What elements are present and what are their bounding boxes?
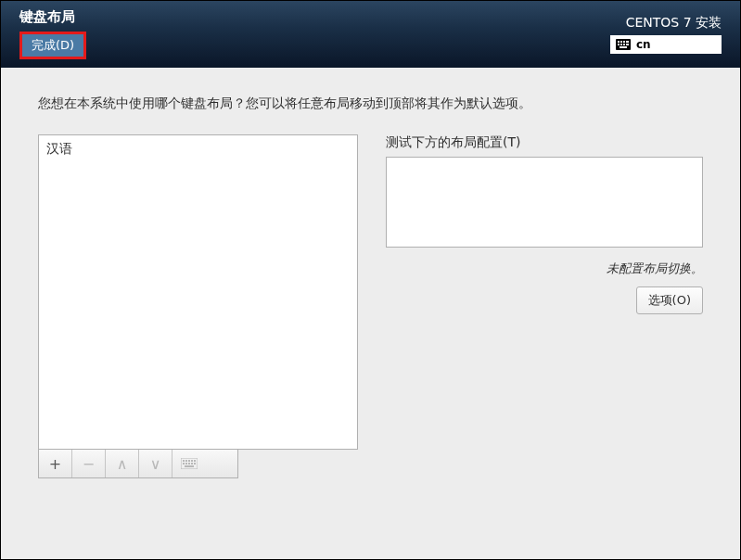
keyboard-layout-indicator[interactable]: cn <box>610 35 722 54</box>
svg-rect-12 <box>185 460 187 462</box>
lang-code-label: cn <box>636 38 651 51</box>
svg-rect-11 <box>183 460 185 462</box>
move-down-button[interactable]: ∨ <box>139 450 172 477</box>
header-right: CENTOS 7 安装 cn <box>610 1 722 68</box>
keyboard-layout-list[interactable]: 汉语 <box>38 134 358 450</box>
svg-rect-19 <box>191 463 193 465</box>
right-panel: 测试下方的布局配置(T) 未配置布局切换。 选项(O) <box>386 134 703 478</box>
instruction-text: 您想在本系统中使用哪个键盘布局？您可以将任意布局移动到顶部将其作为默认选项。 <box>38 95 703 112</box>
header-bar: 键盘布局 完成(D) CENTOS 7 安装 cn <box>1 1 740 68</box>
svg-rect-16 <box>183 463 185 465</box>
svg-rect-8 <box>626 44 629 45</box>
svg-rect-20 <box>194 463 196 465</box>
keyboard-icon <box>616 39 631 50</box>
main-area: 汉语 + − ∧ ∨ <box>38 134 703 478</box>
svg-rect-3 <box>623 41 625 43</box>
svg-rect-18 <box>188 463 190 465</box>
svg-rect-14 <box>191 460 193 462</box>
layout-toolbar: + − ∧ ∨ <box>38 450 238 478</box>
svg-rect-17 <box>185 463 187 465</box>
svg-rect-9 <box>620 46 627 48</box>
switch-status-text: 未配置布局切换。 <box>386 261 703 277</box>
options-row: 选项(O) <box>386 286 703 314</box>
header-left: 键盘布局 完成(D) <box>19 1 86 68</box>
svg-rect-1 <box>618 41 620 43</box>
svg-rect-13 <box>188 460 190 462</box>
move-up-button[interactable]: ∧ <box>106 450 139 477</box>
keyboard-icon <box>181 458 198 469</box>
svg-rect-6 <box>620 44 622 45</box>
left-panel: 汉语 + − ∧ ∨ <box>38 134 358 478</box>
remove-layout-button[interactable]: − <box>72 450 106 477</box>
svg-rect-5 <box>618 44 620 45</box>
options-button[interactable]: 选项(O) <box>636 286 703 314</box>
svg-rect-21 <box>185 465 194 467</box>
svg-rect-2 <box>620 41 622 43</box>
svg-rect-15 <box>194 460 196 462</box>
content-area: 您想在本系统中使用哪个键盘布局？您可以将任意布局移动到顶部将其作为默认选项。 汉… <box>1 68 740 506</box>
add-layout-button[interactable]: + <box>39 450 72 477</box>
preview-layout-button[interactable] <box>172 450 206 477</box>
done-button[interactable]: 完成(D) <box>19 32 86 59</box>
layout-item[interactable]: 汉语 <box>46 139 350 159</box>
installer-title: CENTOS 7 安装 <box>626 15 722 32</box>
svg-rect-7 <box>623 44 625 45</box>
test-input[interactable] <box>386 157 703 248</box>
svg-rect-4 <box>626 41 629 43</box>
test-area-label: 测试下方的布局配置(T) <box>386 134 703 151</box>
page-title: 键盘布局 <box>19 8 86 26</box>
